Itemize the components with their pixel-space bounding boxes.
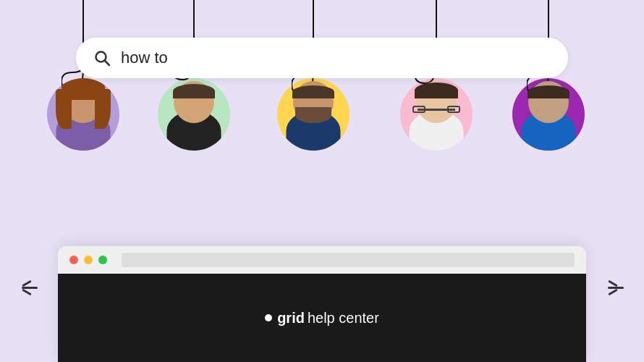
- brand-dot-icon: [265, 314, 272, 321]
- avatar-item-2: [158, 78, 230, 151]
- brand-suffix: help center: [308, 310, 379, 327]
- dot-red: [69, 256, 78, 264]
- browser-window: grid help center: [58, 246, 586, 362]
- search-input[interactable]: [121, 49, 551, 67]
- avatar-item-1: [47, 78, 119, 151]
- avatar-item-4: [400, 78, 473, 151]
- avatar-item-5: [512, 78, 585, 151]
- brand-text: grid help center: [265, 310, 379, 327]
- brand-name: grid: [277, 310, 305, 327]
- browser-titlebar: [58, 246, 586, 274]
- svg-point-7: [265, 314, 272, 321]
- right-spark: [608, 282, 624, 293]
- avatar-item-3: [277, 78, 349, 151]
- dot-yellow: [84, 256, 93, 264]
- search-bar: [76, 38, 568, 78]
- main-container: grid help center: [0, 0, 644, 362]
- search-icon: [93, 49, 111, 67]
- dot-green: [98, 256, 107, 264]
- svg-line-1: [105, 61, 110, 66]
- browser-content: grid help center: [58, 274, 586, 362]
- left-spark: [22, 282, 38, 293]
- browser-urlbar: [122, 253, 575, 267]
